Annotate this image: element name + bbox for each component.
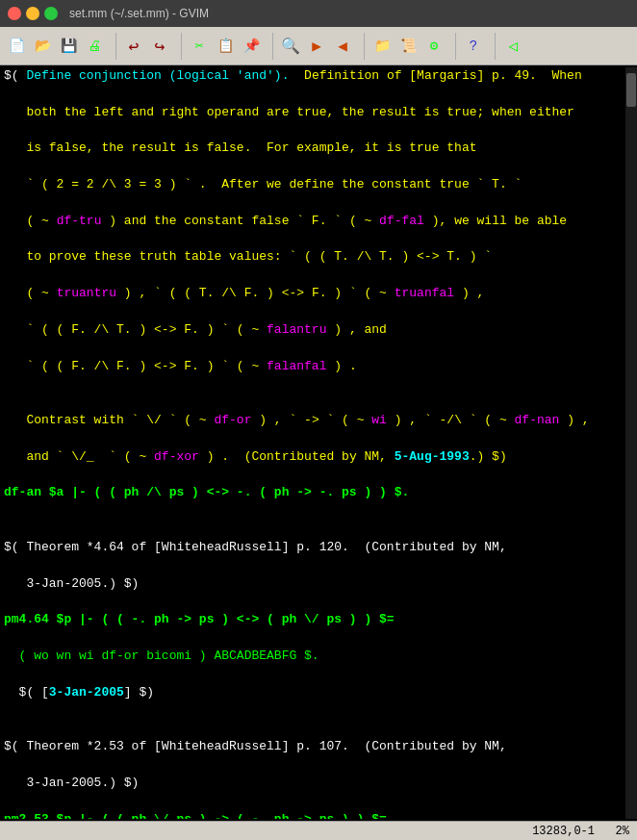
- close-button[interactable]: [8, 7, 21, 20]
- scrollbar[interactable]: [625, 67, 637, 819]
- window-title: set.mm (~/.set.mm) - GVIM: [69, 7, 209, 20]
- code-content: $( Define conjunction (logical 'and'). D…: [0, 67, 625, 819]
- browse-icon[interactable]: 📁: [369, 34, 395, 59]
- window-controls[interactable]: [8, 7, 58, 20]
- toolbar-sep-3: [272, 33, 273, 60]
- toolbar-clipboard-group: ✂ 📋 📌: [187, 34, 264, 59]
- print-icon[interactable]: 🖨: [82, 34, 107, 59]
- toolbar-edit-group: ↩ ↪: [121, 34, 172, 59]
- toolbar-search-group: 🔍 ▶ ◀: [278, 34, 355, 59]
- toolbar-sep-5: [455, 33, 456, 60]
- minimize-button[interactable]: [26, 7, 39, 20]
- back-icon[interactable]: ◀: [330, 34, 355, 59]
- nav-back-icon[interactable]: ◁: [500, 34, 525, 59]
- undo-icon[interactable]: ↩: [121, 34, 146, 59]
- titlebar: set.mm (~/.set.mm) - GVIM: [0, 0, 637, 27]
- macro-icon[interactable]: ⚙: [421, 34, 446, 59]
- toolbar-sep-1: [115, 33, 116, 60]
- cursor-position: 13283,0-1: [532, 825, 595, 838]
- toolbar-sep-6: [495, 33, 496, 60]
- help-icon[interactable]: ?: [461, 34, 486, 59]
- toolbar-sep-2: [181, 33, 182, 60]
- scroll-percent: 2%: [616, 825, 629, 838]
- statusbar: 13283,0-1 2%: [0, 821, 637, 840]
- save-file-icon[interactable]: 💾: [56, 34, 81, 59]
- toolbar-file2-group: 📁 📜 ⚙: [369, 34, 446, 59]
- new-file-icon[interactable]: 📄: [4, 34, 29, 59]
- forward-icon[interactable]: ▶: [304, 34, 329, 59]
- cut-icon[interactable]: ✂: [187, 34, 212, 59]
- find-icon[interactable]: 🔍: [278, 34, 303, 59]
- paste-icon[interactable]: 📌: [239, 34, 264, 59]
- redo-icon[interactable]: ↪: [147, 34, 172, 59]
- toolbar-help-group: ?: [461, 34, 486, 59]
- maximize-button[interactable]: [44, 7, 58, 20]
- toolbar-nav-group: ◁: [500, 34, 525, 59]
- toolbar-file-group: 📄 📂 💾 🖨: [4, 34, 107, 59]
- editor-area[interactable]: $( Define conjunction (logical 'and'). D…: [0, 65, 637, 821]
- copy-icon[interactable]: 📋: [213, 34, 238, 59]
- scrollbar-thumb[interactable]: [626, 73, 636, 107]
- open-file-icon[interactable]: 📂: [30, 34, 55, 59]
- toolbar-sep-4: [364, 33, 365, 60]
- toolbar: 📄 📂 💾 🖨 ↩ ↪ ✂ 📋 📌 🔍 ▶ ◀ 📁 📜 ⚙ ? ◁: [0, 27, 637, 65]
- script-icon[interactable]: 📜: [395, 34, 420, 59]
